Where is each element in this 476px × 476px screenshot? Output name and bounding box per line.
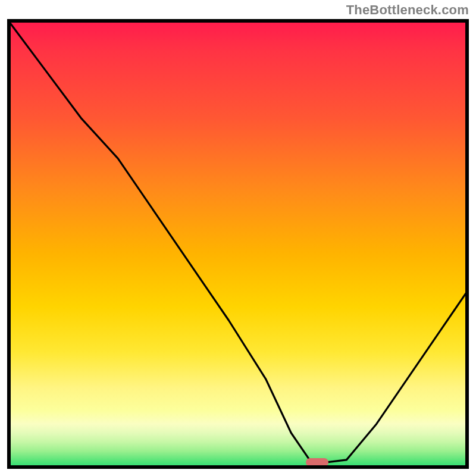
chart-frame	[7, 19, 469, 469]
axis-border-right	[465, 19, 469, 469]
axis-border-top	[7, 19, 469, 23]
watermark-text: TheBottleneck.com	[346, 2, 469, 18]
axis-border-left	[7, 19, 11, 469]
bottleneck-curve	[7, 19, 469, 469]
axis-border-bottom	[7, 465, 469, 469]
